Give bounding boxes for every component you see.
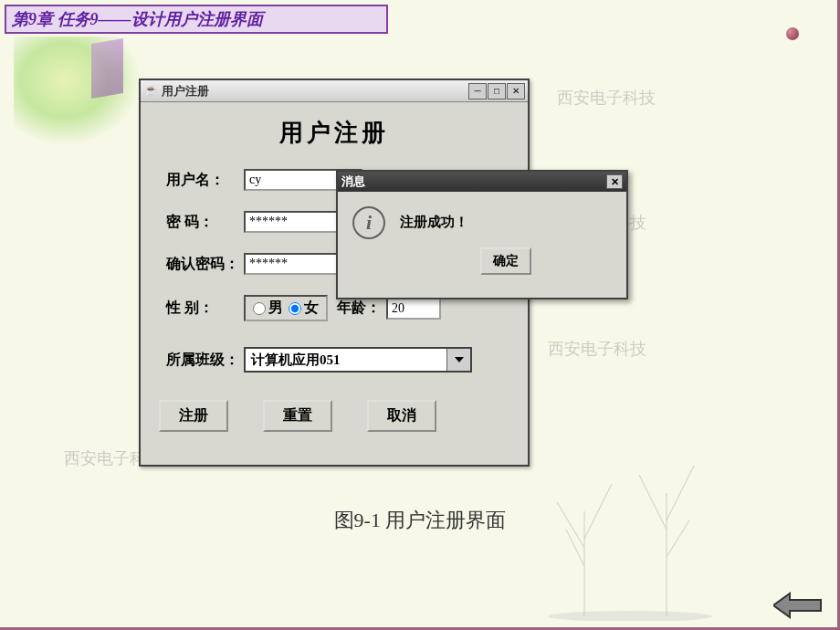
chapter-header: 第9章 任务9——设计用户注册界面 xyxy=(5,5,388,34)
gender-male-label: 男 xyxy=(268,299,283,318)
watermark: 西安电子科技 xyxy=(557,87,656,109)
gender-female-option[interactable]: 女 xyxy=(289,299,319,318)
dialog-titlebar[interactable]: 消息 ✕ xyxy=(338,172,626,192)
dialog-message: 注册成功！ xyxy=(400,214,612,231)
age-label: 年龄： xyxy=(337,299,381,318)
message-dialog: 消息 ✕ i 注册成功！ 确定 xyxy=(336,170,628,299)
maximize-button[interactable]: □ xyxy=(488,83,506,100)
svg-line-4 xyxy=(566,530,584,566)
svg-line-6 xyxy=(639,475,667,530)
decoration-dot xyxy=(786,27,799,40)
combobox-dropdown-button[interactable] xyxy=(446,349,470,371)
class-combobox-value: 计算机应用051 xyxy=(246,349,446,371)
java-icon: ☕ xyxy=(143,84,158,99)
minimize-button[interactable]: ─ xyxy=(468,83,487,100)
dialog-title: 消息 xyxy=(341,173,606,190)
close-button[interactable]: ✕ xyxy=(507,83,525,100)
svg-line-2 xyxy=(557,502,584,548)
chevron-down-icon xyxy=(455,357,464,362)
reset-button[interactable]: 重置 xyxy=(263,400,332,432)
age-input[interactable] xyxy=(386,298,441,320)
username-label: 用户名： xyxy=(157,171,244,190)
svg-marker-0 xyxy=(455,357,464,362)
decoration-purple xyxy=(91,38,123,99)
dialog-close-button[interactable]: ✕ xyxy=(606,174,623,189)
form-title: 用户注册 xyxy=(157,117,511,149)
confirm-password-label: 确认密码： xyxy=(157,255,244,274)
svg-point-9 xyxy=(548,611,712,621)
class-label: 所属班级： xyxy=(157,351,244,370)
gender-female-label: 女 xyxy=(304,299,319,318)
gender-male-option[interactable]: 男 xyxy=(253,299,283,318)
class-combobox[interactable]: 计算机应用051 xyxy=(244,347,472,373)
gender-radio-group: 男 女 xyxy=(244,295,328,321)
gender-label: 性 别： xyxy=(157,299,244,318)
register-button[interactable]: 注册 xyxy=(159,400,228,432)
tree-decoration xyxy=(530,438,730,621)
gender-male-radio[interactable] xyxy=(253,302,266,315)
back-arrow-button[interactable] xyxy=(773,592,824,619)
svg-line-7 xyxy=(667,466,694,520)
window-title: 用户注册 xyxy=(162,83,468,100)
svg-line-8 xyxy=(667,520,689,557)
gender-female-radio[interactable] xyxy=(289,302,301,315)
info-icon: i xyxy=(352,206,385,239)
chapter-title: 第9章 任务9——设计用户注册界面 xyxy=(12,8,263,30)
cancel-button[interactable]: 取消 xyxy=(367,400,436,432)
password-label: 密 码： xyxy=(157,213,244,232)
watermark: 西安电子科技 xyxy=(548,338,646,360)
window-titlebar[interactable]: ☕ 用户注册 ─ □ ✕ xyxy=(141,80,528,102)
dialog-ok-button[interactable]: 确定 xyxy=(480,247,531,275)
svg-line-3 xyxy=(584,484,612,539)
svg-marker-10 xyxy=(773,593,821,617)
